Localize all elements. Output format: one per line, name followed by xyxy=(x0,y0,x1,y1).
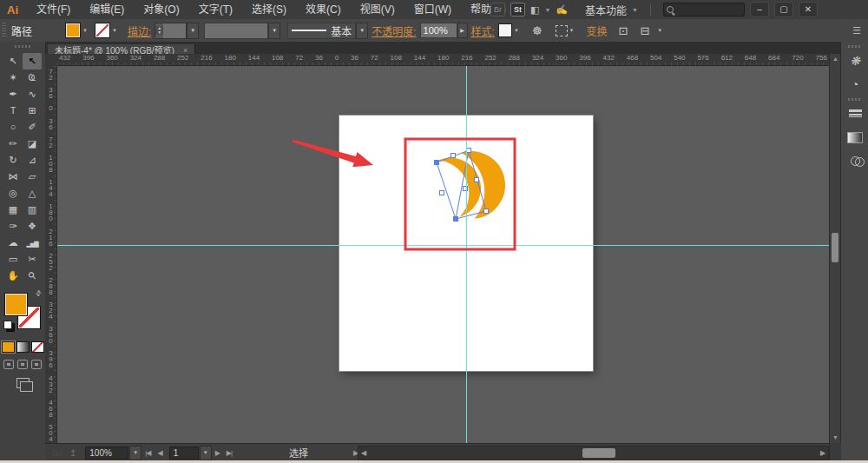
chevron-down-icon[interactable]: ▼ xyxy=(112,28,117,33)
eraser-tool[interactable]: ◪ xyxy=(23,136,42,152)
style-panel-link[interactable]: 样式: xyxy=(471,23,495,38)
slice-tool[interactable]: ✂ xyxy=(23,251,42,268)
chevron-down-icon[interactable]: ▼ xyxy=(514,28,519,33)
selection-tool[interactable]: ↖ xyxy=(3,53,23,69)
menu-item-0[interactable]: 文件(F) xyxy=(27,0,80,19)
canvas-viewport[interactable] xyxy=(57,66,829,443)
gradient-panel-icon[interactable] xyxy=(844,127,866,148)
color-panel-icon[interactable]: ❋ xyxy=(844,50,866,71)
brush-dropdown[interactable]: ▼ xyxy=(268,23,280,39)
vertical-scrollbar[interactable]: ▲ ▼ xyxy=(829,54,841,443)
gpu-status-icon[interactable]: ◌◌ xyxy=(52,448,62,458)
color-guide-panel-icon[interactable]: ◔ xyxy=(844,74,866,95)
eyedropper-tool[interactable]: ✑ xyxy=(3,218,23,235)
screen-mode-button[interactable] xyxy=(16,378,30,388)
magic-wand-tool[interactable]: ✶ xyxy=(3,69,23,86)
blend-tool[interactable]: ❖ xyxy=(23,218,42,235)
close-button[interactable]: ✕ xyxy=(799,2,818,17)
zoom-tool[interactable]: ⚲ xyxy=(23,268,42,284)
dock-grip[interactable] xyxy=(848,45,862,48)
fill-color-swatch[interactable] xyxy=(65,23,81,38)
artboard-dropdown-icon[interactable]: ▼ xyxy=(200,446,212,460)
direct-selection-tool[interactable]: ↖ xyxy=(23,53,42,69)
menu-item-1[interactable]: 编辑(E) xyxy=(80,0,134,19)
profile-dropdown[interactable]: ▼ xyxy=(356,23,368,39)
menu-item-4[interactable]: 选择(S) xyxy=(242,0,296,19)
paint-none-button[interactable] xyxy=(31,341,44,353)
next-artboard-button[interactable]: ▶ xyxy=(215,449,220,457)
stroke-weight-stepper[interactable]: ▲▼ xyxy=(155,23,187,39)
chevron-down-icon[interactable]: ▼ xyxy=(569,28,575,33)
minimize-button[interactable]: – xyxy=(750,2,769,17)
swap-fill-stroke-icon[interactable]: ⇄ xyxy=(34,288,43,298)
shape-builder-tool[interactable]: ◎ xyxy=(3,185,23,202)
column-graph-tool[interactable]: ▂▅▇ xyxy=(23,235,42,251)
stroke-weight-value[interactable] xyxy=(163,23,186,38)
stock-button[interactable]: St xyxy=(510,3,525,17)
share-icon[interactable]: ↥ xyxy=(69,448,76,458)
draw-normal-button[interactable] xyxy=(3,360,14,369)
recolor-artwork-icon[interactable]: ☸ xyxy=(532,24,542,37)
scale-tool[interactable]: ⊿ xyxy=(23,152,42,169)
toolbox-grip[interactable] xyxy=(15,45,30,48)
paint-gradient-button[interactable] xyxy=(16,341,30,353)
perspective-grid-tool[interactable]: △ xyxy=(23,185,42,202)
lasso-tool[interactable]: Ҩ xyxy=(23,69,42,86)
rotate-tool[interactable]: ↻ xyxy=(3,152,23,169)
brush-definition-select[interactable] xyxy=(204,23,268,39)
opacity-panel-link[interactable]: 不透明度: xyxy=(372,23,416,38)
align-icon[interactable]: ⊟ xyxy=(640,24,649,37)
arrange-documents-icon[interactable]: ◧ xyxy=(530,4,539,16)
scroll-left-icon[interactable]: ◀ xyxy=(358,449,369,457)
horizontal-scroll-thumb[interactable] xyxy=(582,448,615,458)
previous-artboard-button[interactable]: ◀ xyxy=(158,449,162,457)
default-fill-stroke-icon[interactable] xyxy=(3,321,12,329)
panel-grip[interactable] xyxy=(2,23,6,38)
stroke-panel-icon[interactable] xyxy=(844,103,866,124)
last-artboard-button[interactable]: ▶| xyxy=(227,449,232,457)
width-tool[interactable]: ⋈ xyxy=(3,169,23,185)
restore-button[interactable]: ▢ xyxy=(774,2,793,17)
type-tool[interactable]: T xyxy=(3,103,23,119)
menu-item-3[interactable]: 文字(T) xyxy=(189,0,242,19)
dock-grip[interactable] xyxy=(848,98,862,101)
touch-type-tool[interactable]: ⊞ xyxy=(23,103,42,119)
opacity-dropdown[interactable]: ▶ xyxy=(457,23,468,38)
menu-item-5[interactable]: 效果(C) xyxy=(296,0,351,19)
search-input[interactable] xyxy=(663,3,745,17)
artboard-tool[interactable]: ▭ xyxy=(3,251,23,268)
stepper-arrows-icon[interactable]: ▲▼ xyxy=(155,26,163,35)
menu-item-6[interactable]: 视图(V) xyxy=(351,0,404,19)
share-gesture-icon[interactable]: ✍ xyxy=(556,4,568,16)
chevron-down-icon[interactable]: ▼ xyxy=(657,28,662,33)
symbol-sprayer-tool[interactable]: ☁ xyxy=(3,235,23,251)
pencil-tool[interactable]: ✏ xyxy=(3,136,23,152)
select-similar-icon[interactable] xyxy=(556,25,568,36)
ruler-corner[interactable] xyxy=(45,54,58,67)
close-tab-icon[interactable]: × xyxy=(183,46,187,55)
stroke-panel-link[interactable]: 描边: xyxy=(128,23,151,38)
curvature-tool[interactable]: ∿ xyxy=(23,86,42,103)
gradient-tool[interactable]: ▥ xyxy=(23,202,42,218)
scroll-right-icon[interactable]: ▶ xyxy=(818,449,828,457)
paintbrush-tool[interactable]: ✐ xyxy=(23,119,42,136)
hand-tool[interactable]: ✋ xyxy=(3,268,23,284)
stroke-weight-dropdown[interactable]: ▼ xyxy=(187,23,199,39)
draw-inside-button[interactable] xyxy=(31,360,42,369)
first-artboard-button[interactable]: |◀ xyxy=(145,449,150,457)
workspace-switcher[interactable]: 基本功能 xyxy=(585,3,627,17)
opacity-value[interactable]: 100% xyxy=(420,23,457,38)
ellipse-tool[interactable]: ○ xyxy=(3,119,23,136)
variable-width-profile[interactable]: 基本 xyxy=(287,23,356,39)
paint-color-button[interactable] xyxy=(2,341,15,353)
zoom-dropdown-icon[interactable]: ▼ xyxy=(129,446,141,460)
vertical-ruler[interactable]: 7236036721081441802162522883243603964324… xyxy=(45,66,57,443)
vertical-scroll-thumb[interactable] xyxy=(832,233,838,262)
artboard-number-field[interactable]: 1 xyxy=(169,446,199,460)
isolate-object-icon[interactable]: ⊡ xyxy=(619,24,628,37)
free-transform-tool[interactable]: ▱ xyxy=(23,169,42,185)
zoom-level-select[interactable]: 100% xyxy=(85,446,128,460)
control-panel-menu-icon[interactable]: ☰ xyxy=(852,25,861,36)
pen-tool[interactable]: ✒ xyxy=(3,86,23,103)
chevron-down-icon[interactable]: ▼ xyxy=(82,28,88,33)
